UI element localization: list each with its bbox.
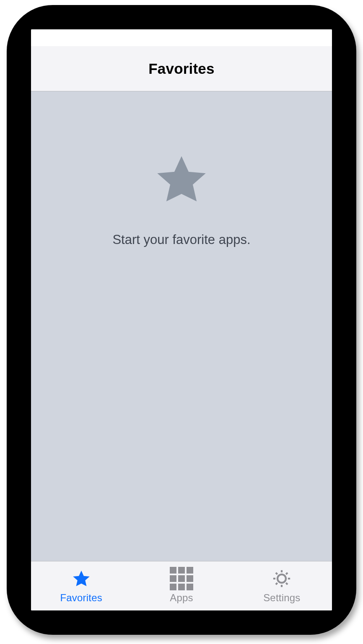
navigation-bar: Favorites: [31, 46, 332, 91]
page-title: Favorites: [148, 60, 214, 77]
tab-apps[interactable]: Apps: [131, 569, 231, 604]
device-frame: Favorites Start your favorite apps.: [7, 5, 356, 635]
star-icon: [152, 150, 211, 209]
tab-label: Settings: [263, 592, 300, 604]
svg-line-7: [276, 583, 277, 584]
tab-settings[interactable]: Settings: [232, 569, 332, 604]
grid-icon: [171, 569, 192, 589]
star-icon: [70, 569, 92, 589]
svg-line-5: [276, 573, 277, 574]
gear-icon: [271, 569, 293, 589]
svg-line-8: [286, 573, 288, 574]
svg-line-6: [286, 583, 288, 584]
tab-favorites[interactable]: Favorites: [31, 569, 131, 604]
empty-state-message: Start your favorite apps.: [112, 232, 250, 247]
tab-label: Apps: [170, 592, 193, 604]
screen: Favorites Start your favorite apps.: [31, 29, 332, 610]
content-area: Start your favorite apps.: [31, 91, 332, 561]
tab-label: Favorites: [60, 592, 102, 604]
svg-point-0: [277, 574, 286, 583]
status-bar: [31, 29, 332, 46]
empty-state: Start your favorite apps.: [31, 150, 332, 247]
tab-bar: Favorites Apps: [31, 561, 332, 610]
